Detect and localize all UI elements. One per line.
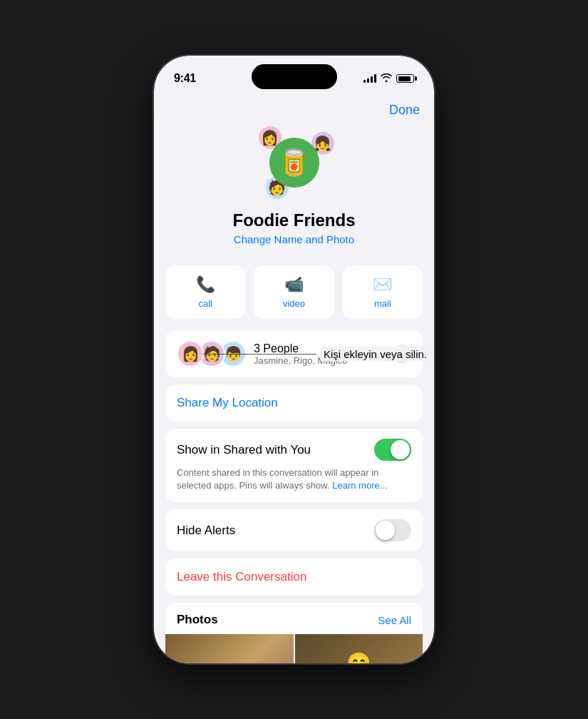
status-time: 9:41: [174, 72, 196, 85]
video-button[interactable]: 📹 video: [254, 265, 334, 319]
share-location-card: Share My Location: [165, 384, 423, 422]
people-row: 👩 🧑 👦 3 People Jasmine, Rigo, Magico ›: [165, 330, 423, 377]
learn-more-link[interactable]: Learn more...: [332, 480, 387, 491]
chevron-right-icon: ›: [401, 348, 404, 360]
people-section: 👩 🧑 👦 3 People Jasmine, Rigo, Magico ›: [165, 330, 423, 377]
shared-with-you-toggle-row: Show in Shared with You: [177, 439, 411, 461]
hide-alerts-knob: [376, 521, 395, 540]
call-label: call: [198, 298, 212, 309]
signal-bars-icon: [363, 74, 376, 83]
group-name: Foodie Friends: [232, 210, 355, 230]
people-names: Jasmine, Rigo, Magico: [254, 355, 393, 366]
status-icons: [363, 73, 414, 84]
photo-thumb-2: 😊: [295, 634, 423, 663]
photo-inner-2: 😊: [295, 634, 423, 663]
avatar-cluster: 👩 👧 🧑 🥫: [252, 123, 337, 202]
video-icon: 📹: [284, 275, 304, 294]
wifi-icon: [381, 73, 392, 84]
dynamic-island: [252, 64, 337, 89]
people-count: 3 People: [254, 342, 393, 355]
people-avatars: 👩 🧑 👦: [177, 340, 247, 367]
share-location-button[interactable]: Share My Location: [165, 384, 423, 422]
photo-thumb-1: 🥘: [165, 634, 294, 663]
avatar-main: 🥫: [269, 138, 319, 188]
video-label: video: [283, 298, 305, 309]
people-info: 3 People Jasmine, Rigo, Magico: [254, 342, 393, 366]
people-chevron-button[interactable]: ›: [393, 345, 411, 363]
photos-section: Photos See All 🥘 😊: [165, 603, 423, 663]
leave-conversation-card: Leave this Conversation: [165, 559, 423, 596]
people-avatar-1: 👩: [177, 340, 204, 367]
photo-inner-1: 🥘: [165, 634, 294, 663]
photos-grid: 🥘 😊: [165, 634, 423, 663]
done-button[interactable]: Done: [389, 103, 420, 118]
photo-emoji-2: 😊: [346, 651, 371, 663]
photos-header: Photos See All: [165, 603, 423, 634]
mail-icon: ✉️: [373, 275, 392, 294]
shared-with-you-toggle[interactable]: [374, 439, 411, 461]
screen-content: Done 👩 👧 🧑 🥫 Foodie Friends: [154, 91, 434, 663]
group-emoji: 🥫: [278, 148, 310, 178]
call-icon: 📞: [196, 275, 215, 294]
battery-icon: [396, 74, 414, 83]
shared-with-you-section: Show in Shared with You Content shared i…: [165, 429, 423, 502]
toggle-description: Content shared in this conversation will…: [177, 466, 411, 492]
hide-alerts-row: Hide Alerts: [165, 509, 423, 551]
toggle-knob: [391, 440, 410, 459]
call-button[interactable]: 📞 call: [165, 265, 245, 319]
mail-button[interactable]: ✉️ mail: [343, 265, 423, 319]
done-button-row: Done: [165, 91, 423, 123]
hide-alerts-card: Hide Alerts: [165, 509, 423, 551]
shared-with-you-label: Show in Shared with You: [177, 443, 311, 457]
leave-conversation-button[interactable]: Leave this Conversation: [165, 559, 423, 596]
mail-label: mail: [374, 298, 391, 309]
group-avatar-area: 👩 👧 🧑 🥫 Foodie Friends Change Name and P…: [165, 123, 423, 254]
hide-alerts-label: Hide Alerts: [177, 524, 235, 538]
action-buttons-row: 📞 call 📹 video ✉️ mail: [165, 265, 423, 319]
see-all-link[interactable]: See All: [378, 614, 411, 626]
change-name-link[interactable]: Change Name and Photo: [234, 233, 354, 245]
battery-fill: [398, 76, 411, 81]
photos-title: Photos: [177, 613, 218, 627]
hide-alerts-toggle[interactable]: [374, 519, 411, 541]
